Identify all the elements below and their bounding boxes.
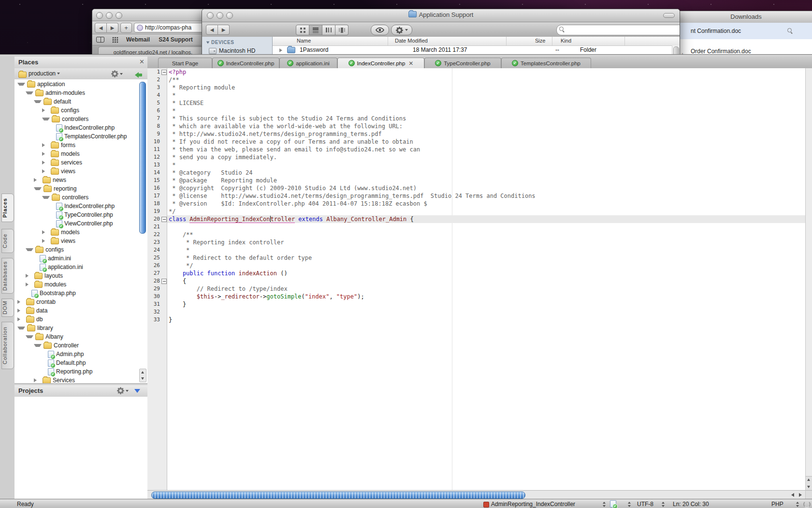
disclosure-triangle[interactable] (42, 230, 49, 234)
code-line[interactable]: /** (169, 76, 805, 84)
gear-icon[interactable] (111, 70, 118, 77)
column-header-date-modified[interactable]: Date Modified (395, 38, 428, 44)
stepper-icon[interactable] (661, 502, 665, 507)
close-traffic-light[interactable] (96, 12, 103, 19)
code-line[interactable]: * Reporting module (169, 84, 805, 91)
disclosure-triangle[interactable] (34, 378, 41, 382)
vertical-tab-dom[interactable]: DOM (1, 299, 14, 317)
code-line[interactable]: } (169, 300, 805, 308)
disclosure-triangle[interactable] (26, 248, 33, 251)
editor-tab[interactable]: ✓IndexController.php (212, 58, 279, 68)
scrollbar-thumb[interactable] (151, 492, 525, 499)
chevron-down-icon[interactable] (120, 73, 123, 75)
disclosure-triangle[interactable] (17, 327, 25, 329)
code-line[interactable]: $this->_redirector->gotoSimple("index", … (169, 293, 805, 300)
disclosure-triangle[interactable] (26, 335, 33, 338)
download-item[interactable]: nt Confirmation.doc (680, 23, 812, 39)
disclosure-triangle[interactable] (42, 161, 49, 164)
vertical-tab-places[interactable]: Places (1, 194, 14, 222)
code-line[interactable] (169, 223, 805, 231)
disclosure-triangle[interactable] (42, 108, 49, 112)
code-line[interactable]: * (169, 107, 805, 115)
code-line[interactable]: * (169, 91, 805, 99)
disclosure-triangle[interactable] (42, 239, 49, 243)
quick-look-button[interactable] (371, 25, 389, 35)
editor-horizontal-scrollbar[interactable] (147, 490, 805, 499)
disclosure-triangle[interactable] (206, 42, 209, 44)
disclosure-triangle[interactable] (42, 196, 50, 199)
code-line[interactable]: { (169, 277, 805, 285)
tree-item[interactable]: models (14, 149, 147, 158)
icon-view-button[interactable] (296, 25, 309, 35)
tree-item[interactable]: modules (14, 280, 147, 289)
column-header-kind[interactable]: Kind (561, 38, 571, 44)
tree-item[interactable]: TemplatesController.php (14, 132, 147, 141)
scroll-down-icon[interactable] (807, 486, 810, 488)
tree-item[interactable]: Controller (14, 341, 147, 350)
status-language[interactable]: PHP (771, 501, 783, 508)
disclosure-triangle[interactable] (26, 91, 33, 94)
tree-item[interactable]: IndexController.php (14, 202, 147, 210)
column-header-name[interactable]: Name (297, 38, 311, 44)
column-header-size[interactable]: Size (535, 38, 545, 44)
tree-item[interactable]: layouts (14, 271, 147, 280)
editor-tab[interactable]: ✓IndexController.php✕ (337, 58, 424, 68)
code-line[interactable]: /** (169, 231, 805, 239)
code-line[interactable]: * LICENSE (169, 99, 805, 107)
tree-item[interactable]: Reporting.php (14, 367, 147, 376)
vertical-tab-collaboration[interactable]: Collaboration (1, 322, 14, 369)
zoom-traffic-light[interactable] (116, 12, 122, 19)
stepper-icon[interactable] (627, 502, 631, 507)
disclosure-triangle[interactable] (42, 143, 49, 147)
column-divider[interactable] (506, 37, 507, 45)
tree-item[interactable]: controllers (14, 193, 147, 202)
editor-tab[interactable]: Start Page (158, 58, 212, 68)
devices-section-header[interactable]: DEVICES (202, 40, 272, 45)
tree-item[interactable]: application (14, 80, 147, 89)
disclosure-triangle[interactable] (34, 100, 42, 103)
tree-item[interactable]: Bootstrap.php (14, 289, 147, 298)
tree-item[interactable]: admin-modules (14, 89, 147, 97)
finder-search-input[interactable] (556, 25, 680, 35)
finder-titlebar[interactable]: Application Support (202, 9, 680, 22)
disclosure-triangle[interactable] (34, 187, 42, 190)
action-menu-button[interactable] (391, 25, 412, 35)
tree-item[interactable]: admin.ini (14, 254, 147, 263)
code-line[interactable]: * @copyright Copyright (c) 2009-2010 Stu… (169, 184, 805, 192)
editor-tab[interactable]: ✓application.ini (279, 58, 337, 68)
code-editor[interactable]: <?php/** * Reporting module * * LICENSE … (167, 68, 805, 490)
bookmark-item[interactable]: Webmail (126, 36, 150, 43)
code-line[interactable]: * send you a copy immediately. (169, 153, 805, 161)
code-line[interactable]: * them via the web, please send an email… (169, 146, 805, 153)
tree-item[interactable]: ViewController.php (14, 219, 147, 228)
collapse-panel-icon[interactable] (134, 389, 140, 393)
close-panel-icon[interactable]: ✕ (139, 58, 145, 65)
tree-item[interactable]: reporting (14, 184, 147, 193)
code-line[interactable]: * Redirect to the default order type (169, 254, 805, 262)
code-line[interactable]: } (169, 316, 805, 324)
code-line[interactable]: * @category Studio 24 (169, 169, 805, 177)
chevron-down-icon[interactable] (126, 390, 129, 392)
tree-item[interactable]: Default.php (14, 359, 147, 367)
tree-item[interactable]: views (14, 237, 147, 245)
stepper-icon[interactable] (796, 502, 799, 507)
disclosure-triangle[interactable] (279, 48, 282, 52)
tree-item[interactable]: controllers (14, 115, 147, 123)
tree-item[interactable]: Albany (14, 332, 147, 341)
code-line[interactable]: class AdminReporting_IndexController ext… (169, 215, 805, 223)
status-encoding[interactable]: UTF-8 (637, 501, 653, 508)
disclosure-triangle[interactable] (42, 152, 49, 156)
disclosure-triangle[interactable] (17, 309, 24, 313)
tree-item[interactable]: services (14, 158, 147, 167)
editor-tab[interactable]: ✓TypeController.php (424, 58, 501, 68)
disclosure-triangle[interactable] (34, 178, 41, 182)
code-line[interactable]: * @package Reporting module (169, 177, 805, 184)
close-tab-icon[interactable]: ✕ (408, 60, 413, 67)
tree-item[interactable]: crontab (14, 298, 147, 306)
column-view-button[interactable] (322, 25, 335, 35)
column-divider[interactable] (552, 37, 552, 45)
forward-button[interactable]: ▶ (218, 25, 230, 35)
code-fold-toggle[interactable] (161, 217, 167, 222)
code-line[interactable]: */ (169, 262, 805, 269)
root-selector[interactable]: production (29, 70, 60, 77)
